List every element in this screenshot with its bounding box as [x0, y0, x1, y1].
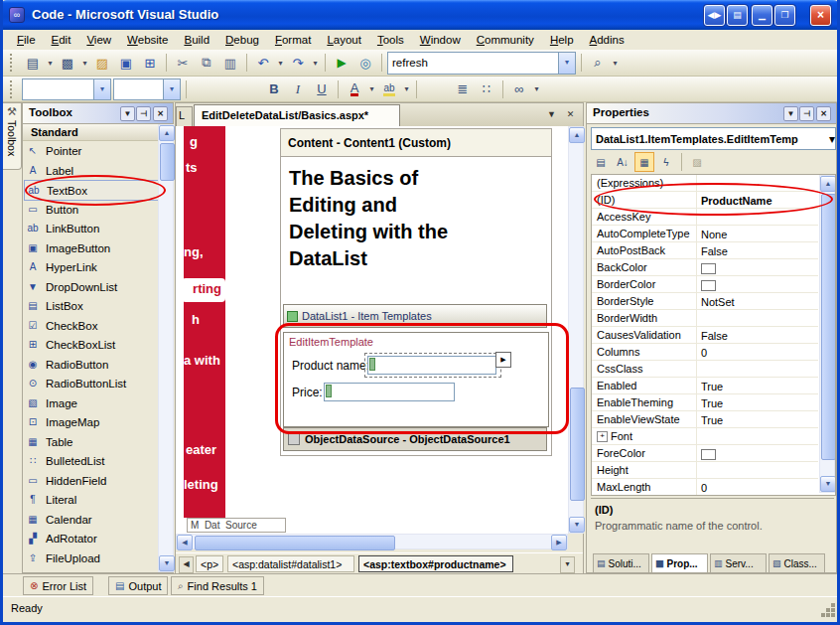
property-row-causesvalidation[interactable]: CausesValidationFalse: [592, 327, 818, 344]
active-document-tab[interactable]: EditDeleteDataList/Basics.aspx*: [194, 104, 400, 126]
property-row-font[interactable]: +Font: [592, 428, 818, 445]
tag-nav-left-icon[interactable]: ◀: [179, 556, 194, 573]
content-control[interactable]: Content - Content1 (Custom) The Basics o…: [280, 128, 552, 456]
property-row-forecolor[interactable]: ForeColor: [592, 445, 818, 462]
editor-vscrollbar[interactable]: ▲ ▼: [568, 126, 584, 534]
scroll-up-icon[interactable]: ▲: [159, 125, 175, 141]
undo-icon[interactable]: ↶: [252, 52, 274, 74]
foreground-color-icon[interactable]: A: [350, 82, 359, 96]
minimize-button[interactable]: ▁: [752, 5, 772, 26]
toolbox-item-checkbox[interactable]: ☑CheckBox: [24, 316, 159, 335]
bold-icon[interactable]: B: [263, 78, 285, 100]
search-combo[interactable]: refresh ▾: [387, 52, 576, 75]
property-row-autocompletetype[interactable]: AutoCompleteTypeNone: [592, 226, 818, 242]
search-combo-value[interactable]: refresh: [388, 57, 558, 69]
window-menu-icon[interactable]: ▼: [120, 106, 135, 121]
dropdown-arrow-icon[interactable]: ▾: [367, 84, 376, 93]
expand-icon[interactable]: +: [597, 431, 608, 442]
property-row-id[interactable]: (ID)ProductName: [592, 192, 818, 209]
close-document-icon[interactable]: ✕: [563, 107, 578, 122]
toolbox-item-calendar[interactable]: ▦Calendar: [24, 510, 159, 529]
property-row-autopostback[interactable]: AutoPostBackFalse: [592, 242, 818, 259]
open-file-icon[interactable]: ▨: [91, 52, 113, 74]
tab-find-results[interactable]: ⌕Find Results 1: [171, 576, 264, 595]
objectdatasource-control[interactable]: ObjectDataSource - ObjectDataSource1: [283, 427, 547, 451]
property-row-height[interactable]: Height: [592, 462, 818, 479]
menu-item-file[interactable]: File: [9, 32, 44, 48]
datalist-header[interactable]: DataList1 - Item Templates: [283, 304, 547, 328]
toolbox-item-imagebutton[interactable]: ▣ImageButton: [24, 238, 159, 257]
dropdown-arrow-icon[interactable]: ▾: [276, 59, 285, 68]
property-row-enabletheming[interactable]: EnableThemingTrue: [592, 394, 818, 411]
toolbox-item-radiobuttonlist[interactable]: ⊙RadioButtonList: [24, 374, 159, 392]
price-textbox[interactable]: [324, 383, 455, 401]
menu-item-addins[interactable]: Addins: [582, 32, 632, 48]
dropdown-arrow-icon[interactable]: ▾: [402, 84, 411, 93]
pan-button[interactable]: ◀▶: [704, 5, 725, 26]
property-row-enabled[interactable]: EnabledTrue: [592, 378, 818, 394]
toolbox-item-fileupload[interactable]: ⇪FileUpload: [24, 548, 159, 567]
save-all-icon[interactable]: ⊞: [139, 52, 161, 74]
tab-list-icon[interactable]: ▼: [544, 107, 559, 122]
tag-p[interactable]: <p>: [196, 555, 223, 572]
property-row-maxlength[interactable]: MaxLength0: [592, 479, 818, 496]
close-icon[interactable]: ✕: [816, 106, 831, 121]
toolbox-item-adrotator[interactable]: ▞AdRotator: [24, 529, 159, 547]
scroll-left-icon[interactable]: ◀: [177, 535, 193, 550]
close-icon[interactable]: ✕: [153, 106, 168, 121]
property-row-cssclass[interactable]: CssClass: [592, 361, 818, 378]
toolbox-side-tab[interactable]: ⚒ Toolbox: [3, 102, 22, 170]
menu-item-edit[interactable]: Edit: [44, 32, 79, 48]
font-combo[interactable]: ▾: [113, 78, 181, 100]
scroll-thumb[interactable]: [821, 194, 836, 460]
tab-error-list[interactable]: ⊗Error List: [23, 576, 93, 595]
pin-icon[interactable]: ⊣: [799, 106, 814, 121]
tab-class-view[interactable]: ▧Class...: [769, 553, 825, 573]
dropdown-arrow-icon[interactable]: ▾: [80, 59, 89, 68]
property-row-columns[interactable]: Columns0: [592, 344, 818, 361]
toolbox-item-hiddenfield[interactable]: ▭HiddenField: [24, 471, 159, 490]
underline-icon[interactable]: U: [311, 78, 333, 100]
product-name-textbox[interactable]: [367, 356, 496, 375]
menu-item-format[interactable]: Format: [267, 32, 319, 48]
toolbox-section-standard[interactable]: Standard: [23, 124, 159, 141]
design-surface[interactable]: g ts ng, rting h a with eater leting M D…: [176, 126, 569, 534]
dropdown-arrow-icon[interactable]: ▾: [311, 59, 320, 68]
editor-hscrollbar[interactable]: ◀ ▶: [176, 534, 568, 549]
menu-item-window[interactable]: Window: [412, 32, 469, 48]
toolbox-item-label[interactable]: ALabel: [24, 161, 159, 180]
save-icon[interactable]: ▣: [115, 52, 137, 74]
scroll-right-icon[interactable]: ▶: [551, 535, 567, 550]
toolbox-item-radiobutton[interactable]: ◉RadioButton: [24, 355, 159, 374]
combo-dropdown-icon[interactable]: ▾: [93, 79, 110, 99]
tag-datalist[interactable]: <asp:datalist#datalist1>: [227, 555, 354, 572]
menu-item-tools[interactable]: Tools: [369, 32, 412, 48]
scroll-up-icon[interactable]: ▲: [569, 127, 585, 143]
toolbox-item-image[interactable]: ▧Image: [24, 393, 159, 412]
menu-item-build[interactable]: Build: [176, 32, 217, 48]
tab-server-explorer[interactable]: ▥Serv...: [710, 553, 767, 573]
hidden-document-tab[interactable]: L: [176, 106, 193, 126]
paste-icon[interactable]: ▥: [219, 52, 241, 74]
scroll-down-icon[interactable]: ▼: [820, 476, 836, 492]
window-menu-icon[interactable]: ▼: [783, 106, 798, 121]
menu-item-website[interactable]: Website: [119, 32, 176, 48]
content-control-header[interactable]: Content - Content1 (Custom): [281, 129, 551, 157]
toolbox-item-bulletedlist[interactable]: ∷BulletedList: [24, 451, 159, 470]
copy-icon[interactable]: ⧉: [196, 52, 217, 74]
toolbar-grip[interactable]: [10, 54, 17, 72]
categorized-icon[interactable]: ▤: [591, 152, 611, 172]
combo-dropdown-icon[interactable]: ▾: [558, 53, 575, 74]
menu-item-layout[interactable]: Layout: [319, 32, 369, 48]
scroll-up-icon[interactable]: ▲: [820, 176, 836, 192]
style-combo[interactable]: ▾: [22, 78, 111, 100]
edit-item-template[interactable]: EditItemTemplate Product name: ▶ Price:: [283, 332, 549, 427]
property-row-expressions[interactable]: (Expressions): [592, 175, 818, 192]
toolbox-item-dropdownlist[interactable]: ▼DropDownList: [24, 277, 159, 296]
property-row-borderstyle[interactable]: BorderStyleNotSet: [592, 293, 818, 310]
toolbar-grip[interactable]: [10, 80, 17, 98]
layout-button[interactable]: ▤: [727, 5, 748, 26]
property-pages-icon[interactable]: ▨: [687, 152, 707, 172]
scroll-down-icon[interactable]: ▼: [569, 517, 585, 533]
combo-dropdown-icon[interactable]: ▾: [163, 79, 180, 99]
